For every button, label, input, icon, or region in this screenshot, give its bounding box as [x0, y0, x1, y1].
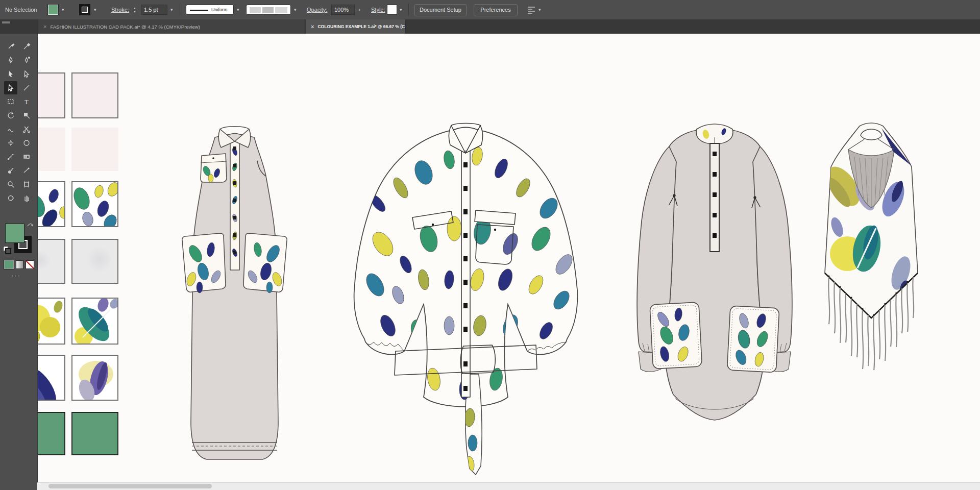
stroke-weight-chevron-down-icon[interactable]: ▾: [170, 0, 173, 19]
artboard-tool[interactable]: [20, 178, 33, 191]
stroke-weight-field[interactable]: 1.5 pt: [141, 5, 167, 15]
default-stroke-chip: [5, 248, 11, 254]
shaper-icon: [7, 125, 15, 133]
garment-long-sleeve-shirt-dress[interactable]: [620, 115, 809, 429]
gradient-tool[interactable]: [20, 150, 33, 163]
garment-fringe-halter-top[interactable]: [817, 120, 926, 370]
stroke-label[interactable]: Stroke:: [111, 0, 129, 19]
rotate-tool[interactable]: [4, 109, 17, 122]
style-swatch[interactable]: [387, 5, 397, 15]
stroke-color-swatch[interactable]: [79, 4, 90, 15]
brush-definition-select[interactable]: [246, 5, 291, 15]
rectangle-tool[interactable]: [4, 95, 17, 108]
style-label[interactable]: Style:: [371, 0, 385, 19]
stepper-up-icon[interactable]: ▴: [134, 6, 136, 10]
eyedropper-icon: [7, 153, 15, 161]
stroke-profile-select[interactable]: Uniform: [186, 5, 234, 15]
tab-fashion-illustration-cad-pack[interactable]: × FASHION ILLUSTRATION CAD PACK.ai* @ 4.…: [38, 19, 305, 34]
pen-tool[interactable]: [4, 54, 17, 67]
swatch-feather-print[interactable]: [71, 181, 118, 227]
opacity-field[interactable]: 100%: [331, 5, 355, 15]
text-align-icon[interactable]: [527, 6, 536, 14]
tab-close-icon[interactable]: ×: [43, 23, 46, 30]
document-tab-bar: × FASHION ILLUSTRATION CAD PACK.ai* @ 4.…: [0, 19, 980, 34]
type-tool[interactable]: T: [20, 95, 33, 108]
line-icon: [22, 84, 31, 92]
direct-selection-tool[interactable]: [4, 81, 17, 94]
pen-icon: [7, 56, 15, 64]
illustrator-window: No Selection ▾ ▾ Stroke: ▴ ▾ 1.5 pt ▾ Un…: [0, 0, 980, 490]
swatch-grey-wash[interactable]: [71, 239, 118, 284]
garment-batwing-belted-shirt[interactable]: [347, 111, 584, 477]
divider: [408, 4, 409, 16]
free-transform-tool[interactable]: [20, 109, 33, 122]
tab-colouring-example-active[interactable]: × COLOURING EXAMPLE 1.ai* @ 66.67 % (CMY…: [306, 19, 406, 34]
curvature-tool[interactable]: [20, 54, 33, 67]
direct-selection-arrow-icon: [7, 84, 15, 92]
smooth-tool[interactable]: [20, 164, 33, 177]
brush-preview-segment: [275, 7, 287, 13]
fill-color-swatch[interactable]: [47, 4, 59, 15]
profile-chevron-down-icon[interactable]: ▾: [237, 0, 239, 19]
divider: [180, 4, 180, 16]
hand-tool[interactable]: [20, 191, 33, 205]
feather-print-artwork: [72, 356, 118, 401]
rotate-view-tool[interactable]: [4, 191, 17, 205]
tools-panel: T ···: [0, 34, 38, 490]
none-mode-button[interactable]: [26, 260, 34, 269]
fill-color-well[interactable]: [5, 224, 24, 243]
selection-status: No Selection: [5, 0, 37, 19]
tab-label: FASHION ILLUSTRATION CAD PACK.ai* @ 4.17…: [50, 24, 200, 30]
swatch-feather-teal[interactable]: [71, 298, 118, 345]
width-tool[interactable]: [4, 136, 17, 150]
magnifier-icon: [7, 180, 15, 188]
horizontal-scrollbar-thumb[interactable]: [48, 484, 212, 488]
pencil-tool[interactable]: [20, 40, 33, 53]
gradient-icon: [22, 153, 31, 161]
ellipse-icon: [22, 139, 31, 147]
selection-tool[interactable]: [4, 67, 17, 81]
fill-chevron-down-icon[interactable]: ▾: [62, 0, 64, 19]
ellipse-tool[interactable]: [20, 136, 33, 150]
blob-brush-tool[interactable]: [4, 164, 17, 177]
group-selection-tool[interactable]: [20, 67, 33, 81]
eyedropper-tool[interactable]: [4, 150, 17, 163]
opacity-chevron-right-icon[interactable]: ›: [358, 0, 360, 19]
line-segment-tool[interactable]: [20, 81, 33, 94]
scissors-icon: [22, 125, 31, 133]
garment-sleeveless-maxi-shirt-dress[interactable]: [175, 116, 294, 465]
swatch-feather-purple[interactable]: [71, 355, 118, 401]
brush-preview-segment: [250, 7, 261, 13]
type-icon: T: [22, 97, 31, 106]
zoom-tool[interactable]: [4, 178, 17, 191]
style-chevron-down-icon[interactable]: ▾: [400, 0, 402, 19]
preferences-button[interactable]: Preferences: [474, 4, 518, 16]
brush-chevron-down-icon[interactable]: ▾: [294, 0, 297, 19]
stroke-chevron-down-icon[interactable]: ▾: [94, 0, 96, 19]
swatch-pink-plain[interactable]: [71, 72, 118, 118]
stepper-down-icon[interactable]: ▾: [134, 10, 136, 13]
rectangle-icon: [7, 97, 15, 106]
stroke-weight-stepper[interactable]: ▴ ▾: [134, 0, 136, 19]
toolbar-overflow-button[interactable]: ···: [11, 272, 21, 279]
color-mode-button[interactable]: [4, 260, 14, 269]
swatch-pink-flat[interactable]: [71, 128, 118, 171]
gradient-mode-button[interactable]: [16, 260, 23, 269]
swap-fill-stroke-icon[interactable]: [27, 222, 34, 228]
align-chevron-down-icon[interactable]: ▾: [538, 0, 541, 19]
swatch-solid-green[interactable]: [71, 412, 118, 455]
paintbrush-tool[interactable]: [4, 40, 17, 53]
svg-text:T: T: [24, 99, 29, 106]
document-setup-button[interactable]: Document Setup: [414, 4, 467, 16]
tab-close-icon[interactable]: ×: [311, 23, 314, 30]
pencil-icon: [22, 42, 31, 51]
rotate-view-icon: [7, 194, 15, 202]
uniform-profile-line-icon: [190, 10, 208, 11]
control-bar: No Selection ▾ ▾ Stroke: ▴ ▾ 1.5 pt ▾ Un…: [0, 0, 980, 20]
feather-print-artwork: [72, 182, 118, 227]
shaper-tool[interactable]: [4, 122, 17, 136]
selection-arrow-icon: [7, 70, 15, 78]
brush-preview-segment: [262, 7, 274, 13]
opacity-label[interactable]: Opacity:: [307, 0, 327, 19]
scissors-tool[interactable]: [20, 122, 33, 136]
